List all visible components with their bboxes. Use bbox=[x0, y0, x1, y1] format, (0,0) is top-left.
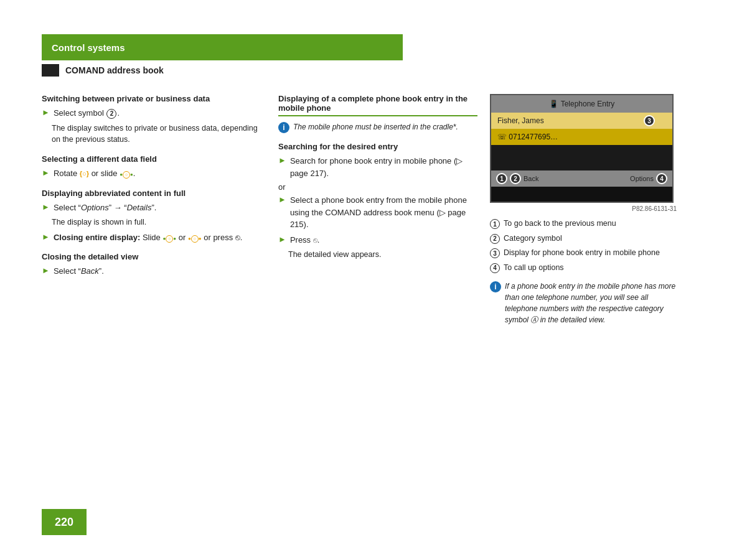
ctrl-circle3: ○ bbox=[191, 235, 199, 243]
detailed-view-subtext: The detailed view appears. bbox=[288, 249, 477, 261]
display-full-subtext: The display is shown in full. bbox=[52, 217, 266, 228]
bullet-press-text: Press ⎋. bbox=[290, 234, 319, 246]
bullet-closing-entire-text: Closing entire display: Slide ●○● or ●○●… bbox=[54, 231, 243, 244]
bullet-select-entry-text: Select a phone book entry from the mobil… bbox=[290, 194, 477, 231]
arrow-icon-3: ► bbox=[42, 202, 50, 212]
heading-abbreviated: Displaying abbreviated content in full bbox=[42, 189, 266, 198]
arrow-icon-2: ► bbox=[42, 168, 50, 177]
right-column: 📱 Telephone Entry Fisher, James 3 ☏ 0712… bbox=[490, 94, 677, 332]
dot2: ● bbox=[173, 236, 176, 241]
num-text-3: Display for phone book entry in mobile p… bbox=[504, 248, 660, 259]
numbered-item-2: 2 Category symbol bbox=[490, 233, 677, 245]
bullet-select-entry: ► Select a phone book entry from the mob… bbox=[278, 194, 477, 231]
phone-display-header: 📱 Telephone Entry bbox=[491, 95, 672, 113]
ctrl-circle: ○ bbox=[123, 171, 130, 179]
main-content: Switching between private or business da… bbox=[42, 94, 747, 332]
numbered-item-4: 4 To call up options bbox=[490, 263, 677, 274]
info-bottom-text: If a phone book entry in the mobile phon… bbox=[505, 281, 677, 325]
bullet-select-back: ► Select “Back”. bbox=[42, 265, 266, 278]
arrow-icon-5: ► bbox=[42, 266, 50, 275]
header-title: Control systems bbox=[52, 42, 125, 53]
phone-display: 📱 Telephone Entry Fisher, James 3 ☏ 0712… bbox=[490, 94, 674, 203]
phone-title-text: Telephone Entry bbox=[561, 100, 615, 108]
page-number: 220 bbox=[55, 516, 73, 529]
num-circle-3: 3 bbox=[490, 248, 500, 258]
numbered-item-1: 1 To go back to the previous menu bbox=[490, 218, 677, 230]
section-title-bar: COMAND address book bbox=[42, 64, 747, 77]
bullet-options: ► Select “Options” → “Details”. bbox=[42, 202, 266, 214]
bullet-options-text: Select “Options” → “Details”. bbox=[54, 202, 156, 214]
badge-4-btn: 4 bbox=[656, 173, 667, 184]
arrow-icon: ► bbox=[42, 108, 50, 117]
btn-back-text: Back bbox=[524, 175, 538, 182]
info-box-cradle: i The mobile phone must be inserted in t… bbox=[278, 121, 477, 133]
bullet-search-phone-text: Search for phone book entry in mobile ph… bbox=[290, 155, 477, 179]
rotate-icon: {○} bbox=[80, 169, 89, 179]
page-number-box: 220 bbox=[42, 509, 87, 535]
bullet-select-symbol: ► Select symbol 2. bbox=[42, 107, 266, 119]
arrow-icon-7: ► bbox=[278, 195, 286, 204]
info-icon-bottom: i bbox=[490, 281, 501, 292]
heading-selecting: Selecting a different data field bbox=[42, 154, 266, 164]
info-icon: i bbox=[278, 122, 289, 133]
dot-down: ● bbox=[130, 172, 133, 177]
header-bar: Control systems bbox=[42, 34, 403, 60]
section-title: COMAND address book bbox=[65, 65, 164, 75]
arrow-icon-8: ► bbox=[278, 235, 286, 244]
bullet-select-back-text: Select “Back”. bbox=[54, 265, 104, 278]
num-circle-4: 4 bbox=[490, 263, 500, 273]
numbered-list: 1 To go back to the previous menu 2 Cate… bbox=[490, 218, 677, 273]
info-box-bottom: i If a phone book entry in the mobile ph… bbox=[490, 281, 677, 325]
badge-1-btn: 1 bbox=[496, 173, 507, 184]
badge-2-btn: 2 bbox=[510, 173, 521, 184]
dot4: ● bbox=[199, 236, 202, 241]
mid-column: Displaying of a complete phone book entr… bbox=[278, 94, 490, 332]
heading-searching: Searching for the desired entry bbox=[278, 142, 477, 151]
bullet-rotate: ► Rotate {○} or slide ●○●. bbox=[42, 167, 266, 180]
phone-name-row: Fisher, James 3 bbox=[491, 113, 672, 129]
num-text-1: To go back to the previous menu bbox=[504, 218, 616, 230]
arrow-icon-6: ► bbox=[278, 156, 286, 165]
or-label: or bbox=[278, 182, 477, 192]
num-text-2: Category symbol bbox=[504, 233, 562, 245]
phone-name-text: Fisher, James bbox=[497, 116, 544, 125]
green-divider bbox=[278, 115, 477, 116]
num-circle-1: 1 bbox=[490, 219, 500, 229]
bullet-select-symbol-text: Select symbol 2. bbox=[54, 107, 120, 119]
phone-small-icon: 📱 bbox=[549, 100, 558, 108]
fig-caption: P82.86-6131-31 bbox=[490, 205, 677, 212]
phone-number-text: ☏ 0712477695… bbox=[497, 133, 558, 141]
btn-options-text: Options bbox=[630, 175, 654, 182]
mid-heading: Displaying of a complete phone book entr… bbox=[278, 94, 477, 113]
bullet-press: ► Press ⎋. bbox=[278, 234, 477, 246]
ctrl-circle2: ○ bbox=[166, 235, 173, 243]
numbered-item-3: 3 Display for phone book entry in mobile… bbox=[490, 248, 677, 259]
switching-subtext: The display switches to private or busin… bbox=[52, 123, 266, 146]
num-text-4: To call up options bbox=[504, 263, 564, 274]
heading-switching: Switching between private or business da… bbox=[42, 94, 266, 103]
badge-3: 3 bbox=[644, 115, 655, 126]
phone-buttons-row: 1 2 Back Options 4 bbox=[491, 170, 672, 187]
circle-2: 2 bbox=[106, 109, 116, 119]
phone-body bbox=[491, 145, 672, 170]
arrow-icon-4: ► bbox=[42, 232, 50, 241]
bullet-rotate-text: Rotate {○} or slide ●○●. bbox=[54, 167, 136, 180]
heading-closing-detail: Closing the detailed view bbox=[42, 252, 266, 261]
bullet-search-phone: ► Search for phone book entry in mobile … bbox=[278, 155, 477, 179]
press-button-icon: ⎋ bbox=[313, 235, 317, 246]
bullet-closing-entire: ► Closing entire display: Slide ●○● or ●… bbox=[42, 231, 266, 244]
num-circle-2: 2 bbox=[490, 234, 500, 244]
info-cradle-text: The mobile phone must be inserted in the… bbox=[293, 121, 458, 133]
left-column: Switching between private or business da… bbox=[42, 94, 278, 332]
phone-number-row: ☏ 0712477695… bbox=[491, 129, 672, 145]
black-marker bbox=[42, 64, 59, 77]
